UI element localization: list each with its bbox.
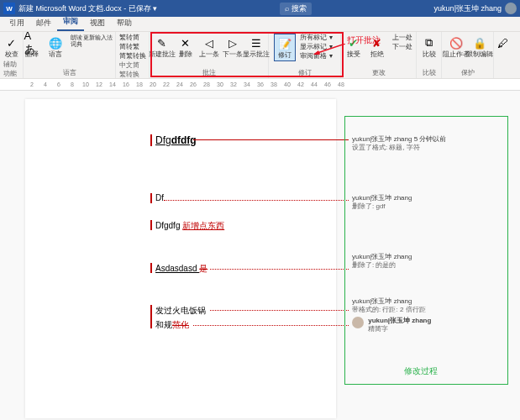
- compare-button[interactable]: ⧉比较: [418, 34, 440, 60]
- para-line2[interactable]: Df: [155, 193, 164, 202]
- ribbon-group-comments: ✎新建批注 ✕删除 ◁上一条 ▷下一条 ☰显示批注 批注: [150, 32, 269, 78]
- user-name: yukun|张玉坤 zhang: [434, 3, 502, 14]
- word-app-icon[interactable]: W: [3, 3, 15, 14]
- check-icon: ✓: [4, 35, 19, 50]
- connector-line: [193, 325, 349, 326]
- translate-icon: Aあ: [24, 35, 39, 50]
- compare-icon: ⧉: [422, 35, 437, 50]
- ribbon: ✓校查 辅助功能 Aあ翻译 🌐语言 朗读 更新输入法词典 语言 繁转简 简转繁 …: [0, 32, 520, 79]
- group-label: 更改: [372, 68, 386, 78]
- change-bar: [150, 305, 152, 328]
- ribbon-group-chinese: 繁转简 简转繁 简繁转换 中文简繁转换: [116, 32, 150, 78]
- comment-item[interactable]: yukun|张玉坤 zhang 精简字: [352, 317, 431, 334]
- ribbon-group-tracking: 📝修订 所有标记 ▾ 显示标记 ▾ 审阅窗格 ▾ 修订: [269, 32, 341, 78]
- group-label: 中文简繁转换: [119, 60, 145, 80]
- next-change-button[interactable]: 下一处: [390, 43, 415, 51]
- prev-change-button[interactable]: 上一处: [390, 34, 415, 42]
- para-heading[interactable]: Dfgdfdfg: [155, 134, 197, 146]
- comment-avatar-icon: [352, 317, 364, 328]
- lock-icon: 🔒: [472, 35, 487, 50]
- comment-item[interactable]: yukun|张玉坤 zhang 5 分钟以前 设置了格式: 标题, 字符: [352, 135, 446, 153]
- ribbon-tabs: 引用 邮件 审阅 视图 帮助: [0, 17, 520, 32]
- prev-icon: ◁: [202, 35, 217, 50]
- tab-review[interactable]: 审阅: [57, 13, 84, 31]
- connector-line: [193, 139, 349, 140]
- display-markup-dropdown[interactable]: 所有标记 ▾: [297, 34, 334, 42]
- ribbon-group-language: Aあ翻译 🌐语言 朗读 更新输入法词典 语言: [24, 32, 116, 78]
- para-line6[interactable]: 和规范化: [155, 319, 189, 331]
- group-label: 比较: [423, 68, 436, 78]
- convert-button[interactable]: 简繁转换: [117, 52, 149, 60]
- para-line4[interactable]: Asdasdasd 是: [155, 263, 207, 275]
- globe-icon: 🌐: [48, 35, 63, 50]
- reviewing-pane-dropdown[interactable]: 审阅窗格 ▾: [297, 52, 334, 60]
- track-changes-button[interactable]: 📝修订: [274, 34, 296, 61]
- window-title: 新建 Microsoft Word 文档.docx - 已保存 ▾: [18, 3, 157, 14]
- block-authors-button[interactable]: 🚫阻止作者: [445, 34, 467, 60]
- group-label: 批注: [202, 68, 216, 78]
- delete-comment-button[interactable]: ✕删除: [175, 34, 197, 60]
- page[interactable]: Dfgdfdfg Df Dfgdfg 新增点东西 Asdasdasd 是 发过火…: [25, 99, 336, 418]
- read-aloud-button[interactable]: 朗读 更新输入法词典: [68, 34, 118, 48]
- simp-to-trad-button[interactable]: 简转繁: [117, 43, 149, 51]
- prev-comment-button[interactable]: ◁上一条: [198, 34, 220, 60]
- group-label: 保护: [461, 68, 475, 78]
- para-line5[interactable]: 发过火电饭锅: [155, 305, 206, 317]
- comments-panel: yukun|张玉坤 zhang 5 分钟以前 设置了格式: 标题, 字符 yuk…: [344, 116, 508, 385]
- ink-button[interactable]: 🖊: [491, 34, 513, 52]
- language-button[interactable]: 🌐语言: [45, 34, 66, 60]
- ribbon-group-compare: ⧉比较 比较: [417, 32, 442, 78]
- ribbon-group-ink: 🖊: [494, 32, 511, 78]
- annotation-green-label: 修改过程: [404, 365, 438, 377]
- tab-view[interactable]: 视图: [84, 15, 111, 31]
- change-bar: [150, 193, 152, 203]
- search-box[interactable]: ⌕ 搜索: [280, 3, 312, 15]
- change-bar: [150, 134, 152, 146]
- group-label: 语言: [63, 68, 76, 78]
- comment-item[interactable]: yukun|张玉坤 zhang 删除了: 的是的: [352, 253, 412, 270]
- search-icon: ⌕: [285, 4, 289, 13]
- para-line3[interactable]: Dfgdfg 新增点东西: [155, 220, 224, 232]
- horizontal-ruler[interactable]: 2468101214161820222426283032343638404244…: [0, 79, 520, 91]
- connector-line: [164, 200, 349, 201]
- next-icon: ▷: [225, 35, 240, 50]
- comment-item[interactable]: yukun|张玉坤 zhang 删除了: gdf: [352, 194, 412, 212]
- show-comments-button[interactable]: ☰显示批注: [245, 34, 267, 60]
- block-icon: 🚫: [449, 35, 464, 50]
- change-bar: [150, 263, 152, 273]
- restrict-edit-button[interactable]: 🔒限制编辑: [469, 34, 491, 60]
- spellcheck-button[interactable]: ✓校查: [1, 34, 23, 60]
- document-area[interactable]: Dfgdfdfg Df Dfgdfg 新增点东西 Asdasdasd 是 发过火…: [0, 91, 520, 420]
- translate-button[interactable]: Aあ翻译: [21, 34, 43, 60]
- new-comment-button[interactable]: ✎新建批注: [151, 34, 173, 60]
- track-icon: 📝: [277, 36, 292, 51]
- annotation-red-label: 打开批注: [347, 34, 381, 46]
- ribbon-group-protect: 🚫阻止作者 🔒限制编辑 保护: [442, 32, 494, 78]
- group-label: 修订: [298, 68, 312, 78]
- next-comment-button[interactable]: ▷下一条: [222, 34, 244, 60]
- search-container: ⌕ 搜索: [157, 3, 433, 15]
- show-markup-dropdown[interactable]: 显示标记 ▾: [297, 43, 334, 51]
- tab-help[interactable]: 帮助: [111, 15, 138, 31]
- comment-new-icon: ✎: [155, 35, 170, 50]
- comment-item[interactable]: yukun|张玉坤 zhang 带格式的: 行距: 2 倍行距: [352, 297, 426, 315]
- connector-line: [210, 310, 349, 311]
- user-avatar: [505, 3, 517, 14]
- search-placeholder: 搜索: [292, 3, 307, 14]
- ink-icon: 🖊: [495, 35, 510, 50]
- comment-delete-icon: ✕: [178, 35, 193, 50]
- show-comments-icon: ☰: [249, 35, 264, 50]
- trad-to-simp-button[interactable]: 繁转简: [117, 34, 149, 42]
- user-area[interactable]: yukun|张玉坤 zhang: [434, 3, 517, 14]
- change-bar: [150, 220, 152, 230]
- group-label: 辅助功能: [3, 60, 19, 79]
- connector-line: [210, 269, 349, 270]
